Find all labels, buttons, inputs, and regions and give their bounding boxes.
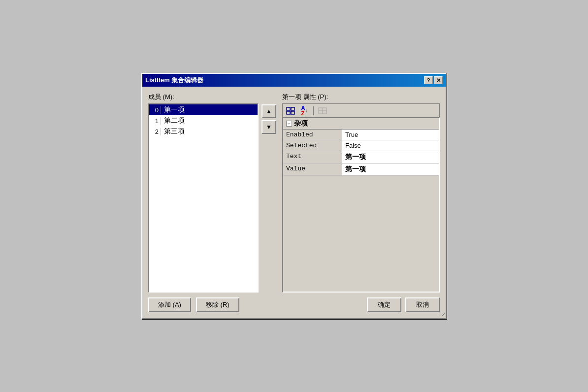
prop-name-enabled: Enabled <box>283 130 342 140</box>
sort-button[interactable]: A Z ↓ <box>298 105 310 116</box>
prop-value-value[interactable]: 第一项 <box>342 163 439 175</box>
grid-view-button[interactable] <box>285 105 296 116</box>
prop-value-enabled[interactable]: True <box>342 130 439 140</box>
cancel-button[interactable]: 取消 <box>405 297 440 312</box>
prop-name-value: Value <box>283 163 342 175</box>
help-button[interactable]: ? <box>424 76 433 84</box>
list-item-index: 2 <box>151 128 161 135</box>
main-area: 成员 (M): 0 第一项 1 第二项 2 <box>148 93 440 312</box>
title-bar-buttons: ? ✕ <box>424 76 443 84</box>
svg-rect-1 <box>291 107 294 110</box>
prop-row-text[interactable]: Text 第一项 <box>283 151 439 163</box>
left-panel: 成员 (M): 0 第一项 1 第二项 2 <box>148 93 276 312</box>
prop-row-selected[interactable]: Selected False <box>283 140 439 151</box>
remove-button[interactable]: 移除 (R) <box>196 297 239 312</box>
arrow-buttons: ▲ ▼ <box>261 103 276 293</box>
list-item-index: 0 <box>151 106 161 114</box>
list-and-arrows: 0 第一项 1 第二项 2 第三项 <box>148 103 276 293</box>
title-bar: ListItem 集合编辑器 ? ✕ <box>142 74 446 87</box>
close-button[interactable]: ✕ <box>434 76 443 84</box>
svg-rect-2 <box>287 111 290 114</box>
title-text: ListItem 集合编辑器 <box>145 76 203 85</box>
list-item[interactable]: 2 第三项 <box>149 126 258 137</box>
prop-value-text[interactable]: 第一项 <box>342 151 439 163</box>
list-item[interactable]: 1 第二项 <box>149 115 258 126</box>
right-panel: 第一项 属性 (P): <box>282 93 440 312</box>
prop-name-selected: Selected <box>283 140 342 151</box>
svg-rect-3 <box>291 111 294 114</box>
list-item-text: 第三项 <box>164 127 185 136</box>
property-grid: − 杂项 Enabled True Selected False Text <box>282 117 440 293</box>
bottom-buttons: 添加 (A) 移除 (R) <box>148 297 276 312</box>
move-down-button[interactable]: ▼ <box>261 120 276 134</box>
svg-rect-0 <box>287 107 290 110</box>
list-item-text: 第一项 <box>164 105 185 114</box>
properties-label: 第一项 属性 (P): <box>282 93 440 101</box>
properties-view-button[interactable] <box>317 105 328 116</box>
dialog-content: 成员 (M): 0 第一项 1 第二项 2 <box>142 87 446 318</box>
list-item[interactable]: 0 第一项 <box>149 104 258 115</box>
add-button[interactable]: 添加 (A) <box>148 297 191 312</box>
prop-value-selected[interactable]: False <box>342 140 439 151</box>
prop-row-enabled[interactable]: Enabled True <box>283 130 439 140</box>
dialog: ListItem 集合编辑器 ? ✕ 成员 (M): 0 第一项 <box>141 73 447 319</box>
dialog-footer: 确定 取消 <box>282 293 440 312</box>
members-listbox[interactable]: 0 第一项 1 第二项 2 第三项 <box>148 103 259 293</box>
toolbar-separator <box>313 106 314 115</box>
svg-line-9 <box>444 315 445 316</box>
ok-button[interactable]: 确定 <box>367 297 401 312</box>
section-header: − 杂项 <box>283 118 439 130</box>
prop-row-value[interactable]: Value 第一项 <box>283 163 439 176</box>
move-up-button[interactable]: ▲ <box>261 104 276 118</box>
list-item-index: 1 <box>151 117 161 125</box>
list-item-text: 第二项 <box>164 116 185 125</box>
members-label: 成员 (M): <box>148 93 276 101</box>
properties-toolbar: A Z ↓ <box>282 103 440 117</box>
prop-name-text: Text <box>283 151 342 163</box>
expand-icon[interactable]: − <box>286 121 292 127</box>
section-title: 杂项 <box>294 119 308 128</box>
resize-handle[interactable] <box>440 311 446 318</box>
